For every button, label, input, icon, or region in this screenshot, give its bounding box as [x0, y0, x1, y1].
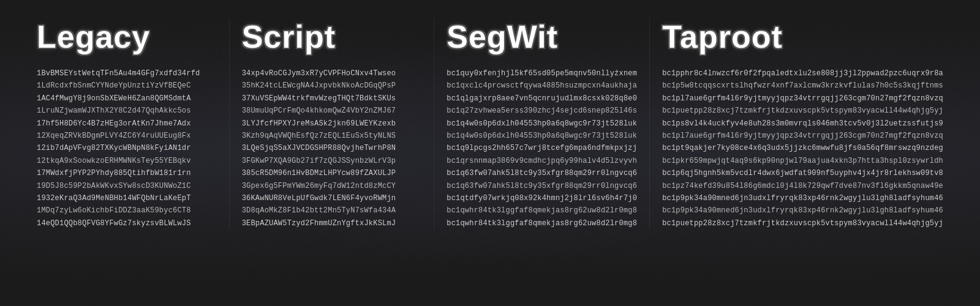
address-list-taproot: bc1pphr8c4lnwzcf6r0f2fpqaledtxlu2se808jj…	[662, 67, 943, 230]
address-item[interactable]: bc1qwhr84tk3lggfaf8qmekjas8rg62uw8d2lr0m…	[447, 217, 637, 230]
address-item[interactable]: 1BvBMSEYstWetqTFn5Au4m4GFg7xdfd34rfd	[37, 67, 217, 80]
main-container: Legacy1BvBMSEYstWetqTFn5Au4m4GFg7xdfd34r…	[0, 0, 980, 248]
address-item[interactable]: 3D8qAoMkZ8F1b42btt2Mn5TyN7sWfa434A	[242, 204, 422, 217]
address-item[interactable]: 3EBpAZUAW5Tzyd2FhmmUZnYgftxJkKSLmJ	[242, 217, 422, 230]
header-taproot: Taproot	[662, 18, 943, 55]
address-item[interactable]: bc1qlgajxrp8aee7vn5qcnrujudlmx8csxk028q8…	[447, 92, 637, 105]
address-item[interactable]: bc1ps8vl4k4uckfyv4e8uh28s3m0mvrqls046mh3…	[662, 118, 943, 130]
address-item[interactable]: 1AC4fMwgY8j9onSbXEWeH6Zan8QGMSdmtA	[37, 92, 217, 105]
address-list-script: 34xp4vRoCGJym3xR7yCVPFHoCNxv4Twseo35hK24…	[242, 67, 422, 230]
address-list-segwit: bc1quy0xfenjhjl5kf65sd05pe5mqnv50nllyżxn…	[447, 67, 637, 230]
address-item[interactable]: 36KAwNUR8VeLpUfGwdk7LEN6F4yvoRWMjn	[242, 192, 422, 204]
address-item[interactable]: bc1q4w0s0p6dxlh04553hp0a6q8wgc9r73jt528l…	[447, 130, 637, 142]
address-item[interactable]: bc1q4w0s0p6dxlh04553hp0a6q8wgc9r73jt528l…	[447, 118, 637, 130]
address-item[interactable]: 3LQeSjqS5aXJVCDGSHPR88QvjheTwrhP8N	[242, 142, 422, 154]
address-item[interactable]: 1MDq7zyLw6oKichbFiDDZ3aaK59byc6CT8	[37, 204, 217, 217]
address-item[interactable]: bc1pt9qakjer7ky08ce4x6q3udx5jjzkc6mwwfu8…	[662, 142, 943, 154]
address-item[interactable]: bc1p5w8tcqqscxrtslhqfwzr4xnf7axlcmw3krzk…	[662, 80, 943, 92]
address-item[interactable]: bc1pz74kefd39u854l86g6mdcl0j4l8k729qwf7d…	[662, 180, 943, 192]
address-item[interactable]: bc1q9lpcgs2hh657c7wrj8tcefg6mpa6ndfmkpxj…	[447, 142, 637, 154]
address-item[interactable]: 385cR5DM96n1HvBDMzLHPYcw89fZAXULJP	[242, 167, 422, 179]
address-item[interactable]: bc1puetpp28z8xcj7tzmkfrjtkdzxuvscpk5vtsp…	[662, 105, 943, 117]
address-item[interactable]: bc1p9pk34a90mned6jn3udxlfryrqk83xp46rnk2…	[662, 192, 943, 204]
address-item[interactable]: bc1quy0xfenjhjl5kf65sd05pe5mqnv50nllyżxn…	[447, 67, 637, 80]
address-item[interactable]: 17MWdxfjPYP2PYhdy885QtihfbW181r1rn	[37, 167, 217, 179]
address-item[interactable]: 12ib7dApVFvg82TXKycWBNpN8kFyiAN1dr	[37, 142, 217, 154]
address-item[interactable]: bc1q63fw07ahk5l8tc9y35xfgr88qm29rr0lngvc…	[447, 180, 637, 192]
address-list-legacy: 1BvBMSEYstWetqTFn5Au4m4GFg7xdfd34rfd1LdR…	[37, 67, 217, 230]
address-item[interactable]: 19D5J8c59P2bAkWKvxSYw8scD3KUNWoZ1C	[37, 180, 217, 192]
column-legacy: Legacy1BvBMSEYstWetqTFn5Au4m4GFg7xdfd34r…	[24, 18, 230, 230]
header-legacy: Legacy	[37, 18, 217, 55]
address-item[interactable]: 38UmuUqPCrFmQo4khkomQwZ4VbY2nZMJ67	[242, 105, 422, 117]
address-item[interactable]: 34xp4vRoCGJym3xR7yCVPFHoCNxv4Twseo	[242, 67, 422, 80]
address-item[interactable]: bc1pl7aue6grfm4l6r9yjtmyyjqpz34vtrrgqjj2…	[662, 130, 943, 142]
address-item[interactable]: 3Kzh9qAqVWQhEsfQz7zEQL1EuSx5tyNLNS	[242, 130, 422, 142]
address-item[interactable]: bc1qxclc4prcwsctfqywa4885hsuzmpcxn4aukha…	[447, 80, 637, 92]
address-item[interactable]: bc1qwhr84tk3lggfaf8qmekjas8rg62uw8d2lr0m…	[447, 204, 637, 217]
address-item[interactable]: bc1qrsnnmap3869v9cmdhcjpq6y99halv4d5lzvy…	[447, 155, 637, 167]
address-item[interactable]: 17hf5H8D6Yc4B7zHEg3orAtKn7Jhme7Adx	[37, 118, 217, 130]
address-item[interactable]: 3Gpex6g5FPmYWm26myFq7dW12ntd8zMcCY	[242, 180, 422, 192]
address-item[interactable]: 1LdRcdxfbSnmCYYNdeYpUnztiYzVfBEQeC	[37, 80, 217, 92]
address-item[interactable]: 37XuVSEpWW4trkfmvWzegTHQt7BdktSKUs	[242, 92, 422, 105]
address-item[interactable]: bc1puetpp28z8xcj7tzmkfrjtkdzxuvscpk5vtsp…	[662, 217, 943, 230]
address-item[interactable]: bc1q27zvhwea5erss390zhcj4sejcd6snep825l4…	[447, 105, 637, 117]
address-item[interactable]: 14eQD1QQb8QFVG8YFwGz7skyzsvBLWLwJS	[37, 217, 217, 230]
address-item[interactable]: bc1pkr659mpwjqt4aq9s6kp90npjwl79aajua4xk…	[662, 155, 943, 167]
header-segwit: SegWit	[447, 18, 637, 55]
address-item[interactable]: bc1pphr8c4lnwzcf6r0f2fpqaledtxlu2se808jj…	[662, 67, 943, 80]
address-item[interactable]: 12tkqA9xSoowkzoERHMWNKsTey55YEBqkv	[37, 155, 217, 167]
address-item[interactable]: 35hK24tcLEWcgNA4JxpvbkNkoAcDGqQPsP	[242, 80, 422, 92]
address-item[interactable]: 12XqeqZRVkBDgmPLVY4ZC6Y4ruUUEug8Fx	[37, 130, 217, 142]
column-script: Script34xp4vRoCGJym3xR7yCVPFHoCNxv4Twseo…	[230, 18, 435, 230]
address-item[interactable]: bc1qtdfy07wrkjq08x92k4hmnj2j8lrl6sv6h4r7…	[447, 192, 637, 204]
address-item[interactable]: 1932eKraQ3Ad9MeNBHb14WFQbNrLaKeEpT	[37, 192, 217, 204]
address-item[interactable]: bc1pl7aue6grfm4l6r9yjtmyyjqpz34vtrrgqjj2…	[662, 92, 943, 105]
header-script: Script	[242, 18, 422, 55]
address-item[interactable]: 3LYJfcfHPXYJreMsASk2jkn69LWEYKzexb	[242, 118, 422, 130]
address-item[interactable]: bc1p9pk34a90mned6jn3udxlfryrqk83xp46rnk2…	[662, 204, 943, 217]
column-taproot: Taprootbc1pphr8c4lnwzcf6r0f2fpqaledtxlu2…	[650, 18, 956, 230]
address-item[interactable]: bc1q63fw07ahk5l8tc9y35xfgr88qm29rr0lngvc…	[447, 167, 637, 179]
column-segwit: SegWitbc1quy0xfenjhjl5kf65sd05pe5mqnv50n…	[434, 18, 650, 230]
address-item[interactable]: 1LruNZjwamWJXThX2Y8C2d47QqhAkkc5os	[37, 105, 217, 117]
address-item[interactable]: 3FGKwP7XQA9Gb27if7zQGJSSynbzWLrV3p	[242, 155, 422, 167]
address-item[interactable]: bc1p6qj5hgnh5km5vcdlr4dwx6jwdfat909nf5uy…	[662, 167, 943, 179]
